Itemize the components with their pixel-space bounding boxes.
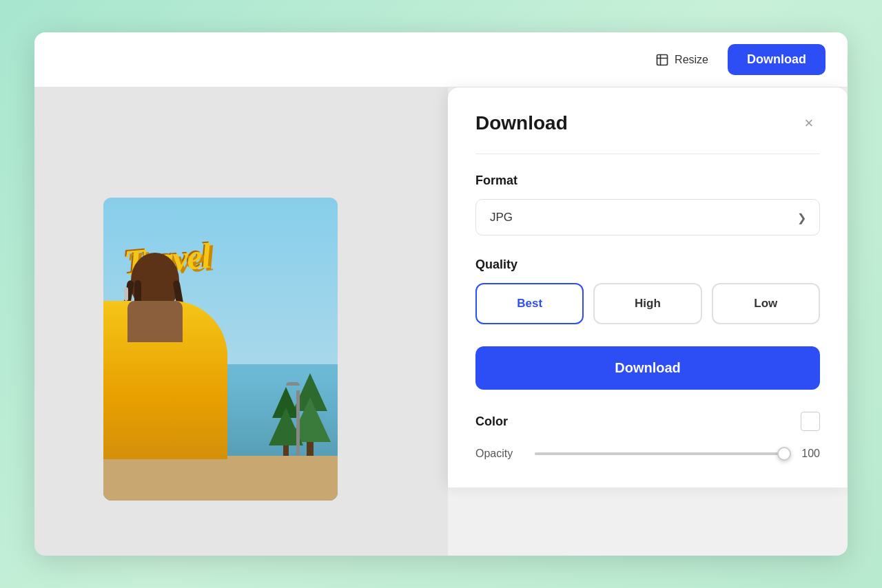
resize-label: Resize (675, 54, 708, 66)
svg-rect-0 (657, 54, 668, 65)
color-label: Color (475, 414, 508, 429)
canvas-area: Travel (34, 87, 448, 556)
opacity-section: Opacity 100 (475, 448, 820, 460)
opacity-track (535, 452, 784, 455)
resize-icon (655, 53, 669, 67)
format-wrapper: JPG PNG SVG PDF ❯ (475, 199, 820, 235)
panel-header: Download × (475, 112, 820, 134)
header-download-button[interactable]: Download (728, 44, 825, 75)
opacity-thumb (777, 447, 791, 461)
header: Resize Download (34, 32, 848, 87)
quality-label: Quality (475, 258, 820, 272)
color-swatch[interactable] (801, 412, 820, 431)
divider-1 (475, 154, 820, 154)
lamp-arm (286, 382, 300, 386)
opacity-label: Opacity (475, 448, 524, 460)
format-select[interactable]: JPG PNG SVG PDF (475, 199, 820, 235)
format-label: Format (475, 174, 820, 188)
quality-best-button[interactable]: Best (475, 283, 584, 324)
opacity-slider[interactable] (535, 452, 784, 455)
earring (124, 287, 128, 301)
resize-button[interactable]: Resize (647, 48, 717, 72)
app-container: Resize Download Travel (34, 32, 848, 556)
opacity-value: 100 (795, 448, 820, 460)
ground (103, 456, 338, 501)
download-panel: Download × Format JPG PNG SVG PDF ❯ Qual… (448, 87, 848, 487)
quality-buttons: Best High Low (475, 283, 820, 324)
person-figure (103, 253, 227, 459)
person-neck (127, 301, 183, 342)
close-button[interactable]: × (798, 112, 820, 134)
quality-high-button[interactable]: High (593, 283, 701, 324)
travel-card: Travel (103, 198, 338, 501)
quality-low-button[interactable]: Low (712, 283, 820, 324)
person-head (131, 253, 179, 308)
panel-title: Download (475, 112, 568, 134)
panel-download-button[interactable]: Download (475, 346, 820, 390)
trees-layer (255, 335, 331, 459)
lamp-post (296, 390, 300, 459)
color-section: Color (475, 412, 820, 431)
close-icon: × (805, 114, 814, 132)
